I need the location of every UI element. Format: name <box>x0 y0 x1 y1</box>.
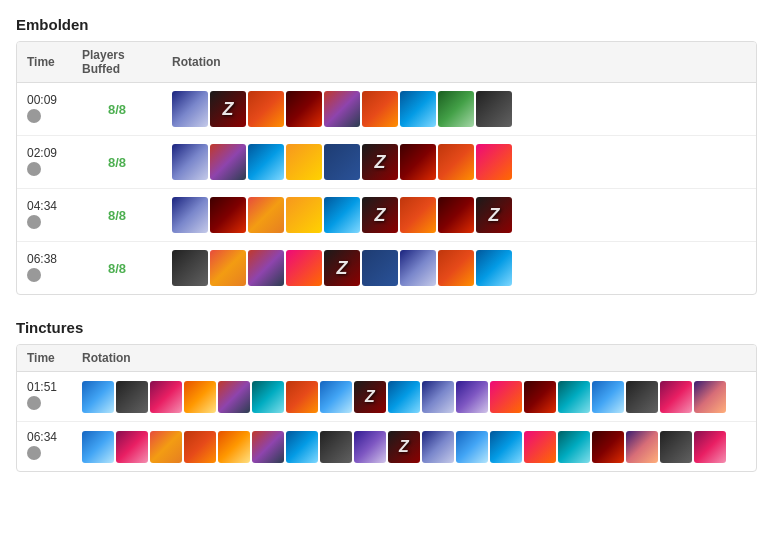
skill-icon <box>476 250 512 286</box>
players-buffed-cell: 8/8 <box>72 83 162 136</box>
time-icon <box>27 215 41 229</box>
skill-icon <box>172 250 208 286</box>
skill-icon <box>362 91 398 127</box>
skill-icon: Z <box>388 431 420 463</box>
embolden-row: 04:348/8ZZ <box>17 189 756 242</box>
tinctures-title: Tinctures <box>16 319 757 336</box>
skill-icon <box>210 197 246 233</box>
skill-icon <box>476 91 512 127</box>
time-value: 02:09 <box>27 146 62 160</box>
skill-icon <box>218 381 250 413</box>
skill-icon <box>438 144 474 180</box>
embolden-header-row: Time Players Buffed Rotation <box>17 42 756 83</box>
time-value: 04:34 <box>27 199 62 213</box>
rotation-cell: Z <box>162 83 756 136</box>
time-cell: 00:09 <box>17 83 72 136</box>
skill-icon <box>324 144 360 180</box>
embolden-row: 00:098/8Z <box>17 83 756 136</box>
skill-icon: Z <box>362 144 398 180</box>
skill-icon <box>400 144 436 180</box>
skill-icon <box>286 431 318 463</box>
skill-icon: Z <box>476 197 512 233</box>
tinctures-section: Tinctures Time Rotation 01:51Z06:34Z <box>16 319 757 472</box>
tinctures-row: 01:51Z <box>17 372 756 422</box>
skill-icon <box>150 381 182 413</box>
tinctures-table-container: Time Rotation 01:51Z06:34Z <box>16 344 757 472</box>
skill-icon <box>456 381 488 413</box>
skill-icon <box>252 381 284 413</box>
skill-icon <box>626 381 658 413</box>
time-cell: 06:38 <box>17 242 72 295</box>
skill-icon <box>324 197 360 233</box>
skill-icon <box>248 144 284 180</box>
time-icon <box>27 162 41 176</box>
skill-icon <box>184 431 216 463</box>
skill-icon <box>422 431 454 463</box>
skill-icon <box>422 381 454 413</box>
skill-icon: Z <box>362 197 398 233</box>
time-cell: 06:34 <box>17 422 72 472</box>
skill-icon <box>438 250 474 286</box>
skill-icon <box>388 381 420 413</box>
skill-icon <box>558 431 590 463</box>
skill-icon <box>694 381 726 413</box>
skill-icon <box>524 381 556 413</box>
rotation-cell: Z <box>162 136 756 189</box>
skill-icon <box>286 197 322 233</box>
players-buffed-cell: 8/8 <box>72 189 162 242</box>
skill-icon <box>286 381 318 413</box>
skill-icon <box>172 197 208 233</box>
time-value: 00:09 <box>27 93 62 107</box>
skill-icon <box>592 431 624 463</box>
skill-icon <box>172 91 208 127</box>
skill-icon <box>490 431 522 463</box>
skill-icon <box>210 250 246 286</box>
skill-icon <box>286 144 322 180</box>
skill-icon <box>660 431 692 463</box>
tinctures-header-row: Time Rotation <box>17 345 756 372</box>
skill-icon <box>400 91 436 127</box>
skill-icon: Z <box>210 91 246 127</box>
skill-icon <box>248 197 284 233</box>
embolden-table: Time Players Buffed Rotation 00:098/8Z02… <box>17 42 756 294</box>
rotation-cell: Z <box>72 372 756 422</box>
players-buffed-cell: 8/8 <box>72 242 162 295</box>
rotation-cell: ZZ <box>162 189 756 242</box>
embolden-title: Embolden <box>16 16 757 33</box>
skill-icon <box>150 431 182 463</box>
time-value: 06:34 <box>27 430 62 444</box>
skill-icon <box>660 381 692 413</box>
time-icon <box>27 268 41 282</box>
time-icon <box>27 446 41 460</box>
skill-icon <box>490 381 522 413</box>
col-time-tinctures: Time <box>17 345 72 372</box>
col-players-buffed: Players Buffed <box>72 42 162 83</box>
skill-icon <box>218 431 250 463</box>
skill-icon <box>558 381 590 413</box>
skill-icon <box>116 381 148 413</box>
embolden-row: 02:098/8Z <box>17 136 756 189</box>
skill-icon <box>400 197 436 233</box>
skill-icon <box>210 144 246 180</box>
time-icon <box>27 396 41 410</box>
embolden-tbody: 00:098/8Z02:098/8Z04:348/8ZZ06:388/8Z <box>17 83 756 295</box>
skill-icon <box>82 381 114 413</box>
skill-icon: Z <box>354 381 386 413</box>
embolden-thead: Time Players Buffed Rotation <box>17 42 756 83</box>
col-rotation-tinctures: Rotation <box>72 345 756 372</box>
skill-icon <box>400 250 436 286</box>
skill-icon <box>286 250 322 286</box>
col-time-embolden: Time <box>17 42 72 83</box>
skill-icon <box>252 431 284 463</box>
skill-icon: Z <box>324 250 360 286</box>
time-cell: 04:34 <box>17 189 72 242</box>
skill-icon <box>354 431 386 463</box>
skill-icon <box>116 431 148 463</box>
skill-icon <box>592 381 624 413</box>
time-icon <box>27 109 41 123</box>
skill-icon <box>320 381 352 413</box>
skill-icon <box>82 431 114 463</box>
skill-icon <box>694 431 726 463</box>
time-value: 06:38 <box>27 252 62 266</box>
embolden-section: Embolden Time Players Buffed Rotation 00… <box>16 16 757 295</box>
